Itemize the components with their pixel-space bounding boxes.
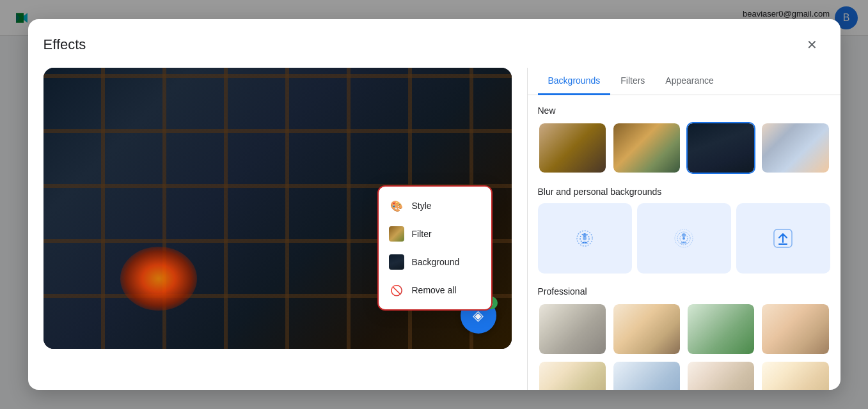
- effects-modal: Effects ✕ 🎨 Style: [28, 19, 840, 390]
- right-panel: Backgrounds Filters Appearance New: [527, 68, 840, 390]
- blur-slight-option[interactable]: [538, 203, 632, 274]
- tabs: Backgrounds Filters Appearance: [528, 68, 840, 95]
- thumbnail-pro-8[interactable]: [761, 360, 830, 390]
- tab-filters[interactable]: Filters: [610, 68, 655, 95]
- blur-options-grid: [538, 203, 830, 274]
- modal-body: 🎨 Style Filter Background 🚫: [28, 68, 840, 390]
- modal-header: Effects ✕: [28, 19, 840, 68]
- thumbnail-pro-7[interactable]: [686, 360, 755, 390]
- thumbnail-pro-4[interactable]: [761, 303, 830, 355]
- filter-menu-item[interactable]: Filter: [379, 220, 491, 248]
- thumbnail-pro-3-img: [688, 304, 754, 353]
- style-label: Style: [412, 201, 432, 211]
- thumbnail-new-1[interactable]: [538, 122, 607, 174]
- thumbnail-pro-4-img: [762, 304, 828, 353]
- thumbnail-pro-5-img: [539, 362, 606, 390]
- filter-icon: [389, 226, 404, 242]
- thumbnail-pro-8-img: [762, 362, 828, 390]
- context-menu: 🎨 Style Filter Background 🚫: [377, 185, 493, 311]
- thumbnail-pro-6[interactable]: [612, 360, 681, 390]
- upload-background-option[interactable]: [736, 203, 830, 274]
- section-new-title: New: [538, 105, 830, 116]
- thumbnail-pro-1[interactable]: [538, 303, 607, 355]
- tab-content: New: [528, 95, 840, 390]
- thumbnail-new-2-img: [613, 123, 680, 173]
- thumbnail-new-3-img: [688, 123, 754, 173]
- thumbnail-pro-6-img: [613, 362, 680, 390]
- thumbnail-pro-7-img: [688, 362, 754, 390]
- tab-backgrounds[interactable]: Backgrounds: [538, 68, 611, 95]
- new-thumbnails-grid: [538, 122, 830, 174]
- svg-point-9: [682, 233, 686, 237]
- preview-panel: 🎨 Style Filter Background 🚫: [28, 68, 527, 390]
- section-blur-title: Blur and personal backgrounds: [538, 187, 830, 197]
- thumbnail-new-1-img: [539, 123, 606, 173]
- thumbnail-new-4-img: [762, 123, 828, 173]
- remove-all-label: Remove all: [412, 285, 457, 295]
- remove-all-icon: 🚫: [389, 282, 404, 298]
- fireplace-glow: [120, 247, 197, 311]
- filter-label: Filter: [412, 229, 432, 239]
- full-blur-icon: [672, 227, 695, 250]
- thumbnail-pro-2-img: [613, 304, 680, 353]
- thumbnail-pro-3[interactable]: [686, 303, 755, 355]
- section-professional: Professional: [538, 286, 830, 390]
- close-button[interactable]: ✕: [800, 32, 825, 58]
- modal-overlay: Effects ✕ 🎨 Style: [0, 0, 868, 409]
- section-professional-title: Professional: [538, 286, 830, 297]
- svg-point-8: [683, 237, 685, 240]
- background-icon: [389, 254, 404, 270]
- tab-appearance[interactable]: Appearance: [655, 68, 724, 95]
- section-blur: Blur and personal backgrounds: [538, 187, 830, 274]
- style-menu-item[interactable]: 🎨 Style: [379, 192, 491, 220]
- blur-full-option[interactable]: [637, 203, 731, 274]
- thumbnail-pro-2[interactable]: [612, 303, 681, 355]
- modal-title: Effects: [43, 36, 86, 53]
- style-icon: 🎨: [389, 198, 404, 213]
- svg-point-4: [583, 233, 587, 237]
- section-new: New: [538, 105, 830, 174]
- thumbnail-pro-5[interactable]: [538, 360, 607, 390]
- thumbnail-new-2[interactable]: [612, 122, 681, 174]
- background-label: Background: [412, 257, 460, 267]
- thumbnail-pro-1-img: [539, 304, 606, 353]
- professional-thumbnails-grid: [538, 303, 830, 390]
- video-preview: 🎨 Style Filter Background 🚫: [43, 68, 512, 349]
- thumbnail-new-3[interactable]: [686, 122, 755, 174]
- upload-icon: [771, 227, 794, 250]
- thumbnail-new-4[interactable]: [761, 122, 830, 174]
- background-menu-item[interactable]: Background: [379, 248, 491, 276]
- slight-blur-icon: [573, 227, 596, 250]
- remove-all-menu-item[interactable]: 🚫 Remove all: [379, 276, 491, 304]
- close-icon: ✕: [807, 37, 817, 52]
